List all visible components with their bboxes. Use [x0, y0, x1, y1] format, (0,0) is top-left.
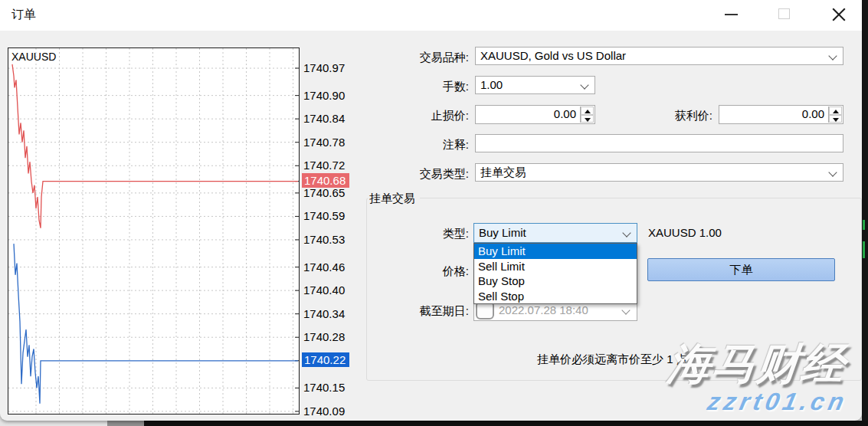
symbol-label: 交易品种:: [369, 51, 469, 65]
maximize-icon: [778, 8, 790, 19]
ask-price-flag: 1740.68: [302, 173, 349, 188]
chevron-down-icon: [828, 51, 837, 60]
arrow-up-icon: [585, 110, 591, 113]
expiry-label: 截至期日:: [369, 304, 469, 319]
ask-line: [12, 64, 298, 228]
taskbar-sliver: [107, 421, 868, 426]
price-axis-label: 1740.59: [303, 209, 345, 222]
order-summary: XAUUSD 1.00: [648, 226, 722, 239]
comment-label: 注释:: [369, 138, 469, 152]
spin-down-button[interactable]: [829, 115, 842, 123]
price-axis-label: 1740.97: [303, 61, 345, 74]
trade-type-select[interactable]: 挂单交易: [475, 163, 843, 182]
spin-up-button[interactable]: [829, 106, 842, 115]
expiry-value: 2022.07.28 18:40: [499, 303, 612, 316]
order-type-option-sell-limit[interactable]: Sell Limit: [474, 259, 637, 274]
take-profit-value: 0.00: [802, 107, 824, 120]
order-type-select[interactable]: Buy Limit: [473, 223, 637, 243]
price-axis-label: 1740.46: [303, 261, 345, 274]
stop-loss-input[interactable]: 0.00: [475, 105, 595, 124]
price-label: 价格:: [369, 264, 469, 279]
order-type-value: Buy Limit: [479, 226, 526, 239]
price-axis-label: 1740.72: [303, 159, 345, 172]
price-axis-label: 1740.40: [303, 283, 345, 297]
window-title: 订单: [11, 7, 36, 23]
take-profit-label: 获利价:: [613, 109, 712, 123]
place-order-button[interactable]: 下单: [647, 258, 835, 281]
close-button[interactable]: [821, 0, 857, 29]
close-icon: [831, 7, 847, 22]
volume-label: 手数:: [369, 80, 469, 94]
chevron-down-icon: [622, 228, 631, 237]
price-chart[interactable]: XAUUSD: [8, 48, 300, 415]
order-type-label: 类型:: [369, 227, 469, 241]
price-axis-label: 1740.34: [303, 307, 345, 320]
take-profit-spinner: [828, 106, 842, 123]
chevron-down-icon: [580, 80, 588, 89]
chevron-down-icon: [828, 168, 837, 176]
background-green-mark: [863, 220, 865, 230]
volume-value: 1.00: [480, 78, 503, 91]
screen: 订单 XAUUSD 1740.971740.901740.841740.7817…: [0, 0, 868, 426]
order-type-dropdown-list: Buy LimitSell LimitBuy StopSell Stop: [473, 243, 637, 304]
pending-order-group-title: 挂单交易: [368, 192, 420, 206]
price-axis-label: 1740.65: [303, 186, 345, 199]
arrow-down-icon: [833, 118, 839, 122]
order-type-option-buy-stop[interactable]: Buy Stop: [474, 274, 637, 289]
spin-up-button[interactable]: [581, 106, 594, 115]
trade-type-value: 挂单交易: [480, 165, 526, 179]
order-type-option-sell-stop[interactable]: Sell Stop: [474, 289, 637, 304]
background-window-edge: [862, 0, 868, 426]
minimize-button[interactable]: [713, 0, 748, 29]
arrow-up-icon: [833, 110, 839, 113]
background-green-mark: [863, 241, 865, 258]
price-axis: 1740.971740.901740.841740.781740.721740.…: [302, 0, 351, 426]
tick-chart: [8, 48, 299, 414]
watermark-url: zzrt01.cn: [705, 388, 850, 416]
watermark-brand: 海马财经: [665, 336, 849, 394]
price-axis-label: 1740.09: [303, 405, 345, 418]
price-axis-label: 1740.28: [303, 330, 345, 343]
title-bar: 订单: [0, 0, 862, 31]
spin-down-button[interactable]: [581, 115, 594, 123]
symbol-value: XAUUSD, Gold vs US Dollar: [480, 49, 626, 62]
price-axis-label: 1740.15: [303, 381, 345, 394]
price-axis-label: 1740.84: [303, 112, 345, 125]
minimize-icon: [725, 14, 738, 15]
chart-symbol-label: XAUUSD: [11, 51, 56, 63]
volume-select[interactable]: 1.00: [475, 76, 595, 94]
bid-line: [14, 244, 298, 404]
price-axis-label: 1740.90: [303, 89, 345, 102]
chevron-down-icon: [621, 306, 630, 314]
arrow-down-icon: [585, 118, 591, 122]
price-axis-label: 1740.78: [303, 136, 345, 149]
taskbar-sliver-segment: [107, 421, 144, 426]
trade-type-label: 交易类型:: [369, 167, 469, 182]
take-profit-input[interactable]: 0.00: [719, 105, 843, 124]
maximize-button[interactable]: [766, 0, 801, 29]
stop-loss-value: 0.00: [554, 107, 576, 120]
bid-price-flag: 1740.22: [302, 352, 349, 367]
stop-loss-spinner: [580, 106, 594, 123]
comment-input[interactable]: [475, 134, 843, 152]
price-axis-label: 1740.53: [303, 233, 345, 246]
order-type-option-buy-limit[interactable]: Buy Limit: [474, 244, 637, 259]
stop-loss-label: 止损价:: [369, 109, 469, 123]
symbol-select[interactable]: XAUUSD, Gold vs US Dollar: [475, 47, 843, 65]
